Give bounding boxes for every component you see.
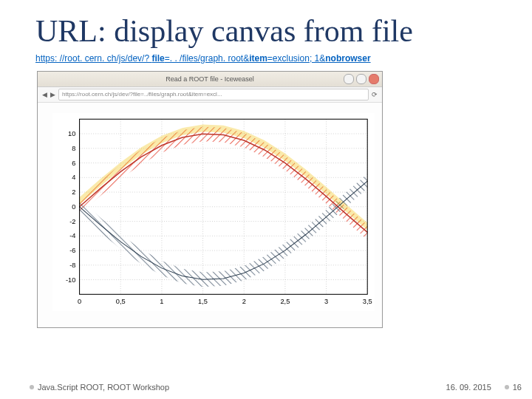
svg-text:3: 3	[324, 298, 328, 305]
forward-icon: ▶	[50, 91, 55, 98]
svg-text:2,5: 2,5	[280, 298, 290, 305]
back-icon: ◀	[42, 91, 47, 98]
url-bold-item: item	[249, 53, 267, 64]
maximize-icon	[356, 74, 366, 84]
slide-title: URL: display canvas from file	[0, 0, 532, 53]
browser-toolbar: ◀ ▶ https://root.cern.ch/js/dev/?file=..…	[38, 87, 382, 103]
footer-date: 16. 09. 2015	[446, 383, 491, 392]
minimize-icon	[344, 74, 354, 84]
window-titlebar: Read a ROOT file - Iceweasel	[38, 72, 382, 87]
svg-text:1: 1	[160, 298, 163, 305]
svg-text:-4: -4	[69, 232, 75, 239]
url-link[interactable]: https: //root. cern. ch/js/dev/? file=. …	[0, 53, 532, 68]
svg-text:2: 2	[72, 188, 75, 196]
url-bold-nobrowser: nobrowser	[325, 53, 370, 64]
svg-text:1,5: 1,5	[198, 298, 208, 305]
plot-canvas: 00,511,522,533,5-10-8-6-4-20246810	[52, 113, 375, 311]
slide-footer: Java.Script ROOT, ROOT Workshop 16. 09. …	[0, 383, 532, 392]
footer-left: Java.Script ROOT, ROOT Workshop	[38, 383, 169, 392]
browser-screenshot: Read a ROOT file - Iceweasel ◀ ▶ https:/…	[37, 71, 383, 328]
svg-text:3,5: 3,5	[363, 298, 372, 305]
bullet-icon	[505, 385, 509, 389]
svg-text:0: 0	[78, 298, 81, 305]
svg-text:4: 4	[72, 174, 75, 181]
svg-text:-6: -6	[69, 247, 75, 254]
svg-text:-10: -10	[66, 276, 75, 284]
url-seg-3: =exclusion; 1&	[267, 53, 325, 64]
bullet-icon	[30, 385, 34, 389]
address-bar: https://root.cern.ch/js/dev/?file=../fil…	[58, 89, 369, 100]
close-icon	[369, 74, 379, 84]
svg-text:0,5: 0,5	[116, 298, 126, 305]
svg-text:-2: -2	[69, 218, 75, 225]
url-bold-file: file	[151, 53, 164, 64]
window-title: Read a ROOT file - Iceweasel	[38, 72, 382, 86]
svg-text:0: 0	[72, 203, 75, 211]
svg-text:-8: -8	[69, 262, 75, 269]
chart-svg: 00,511,522,533,5-10-8-6-4-20246810	[52, 113, 375, 311]
reload-icon: ⟳	[372, 91, 378, 98]
svg-text:2: 2	[242, 298, 246, 305]
svg-text:6: 6	[72, 160, 75, 167]
url-seg-1: https: //root. cern. ch/js/dev/?	[35, 53, 151, 64]
url-seg-2: =. . /files/graph. root&	[165, 53, 249, 64]
svg-text:8: 8	[72, 145, 75, 152]
svg-text:10: 10	[68, 130, 75, 137]
footer-page: 16	[513, 383, 522, 392]
